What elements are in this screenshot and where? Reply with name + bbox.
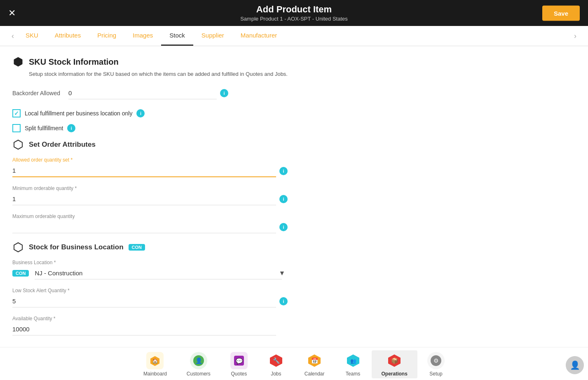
tab-stock[interactable]: Stock bbox=[161, 26, 193, 46]
allowed-qty-input[interactable] bbox=[12, 164, 276, 177]
svg-marker-2 bbox=[14, 243, 22, 252]
split-fulfillment-label: Split fullfillment bbox=[25, 125, 63, 131]
nav-jobs[interactable]: 🔧 Jobs bbox=[258, 350, 295, 378]
tabs-bar: ‹ SKU Attributes Pricing Images Stock Su… bbox=[0, 26, 588, 46]
order-attributes-title: Set Order Attributes bbox=[29, 141, 96, 149]
nav-calendar[interactable]: 📅 Calendar bbox=[295, 350, 335, 378]
svg-text:👤: 👤 bbox=[195, 357, 202, 364]
split-fulfillment-row: Split fullfillment i bbox=[12, 124, 576, 132]
tabs-list: SKU Attributes Pricing Images Stock Supp… bbox=[17, 26, 571, 46]
order-attributes-icon bbox=[12, 139, 24, 150]
tabs-prev-button[interactable]: ‹ bbox=[8, 32, 17, 40]
nav-operations[interactable]: 📦 Operations bbox=[372, 350, 417, 378]
operations-icon: 📦 bbox=[386, 352, 403, 369]
svg-text:📦: 📦 bbox=[391, 357, 398, 364]
stock-location-section-header: Stock for Business Location CON bbox=[12, 242, 576, 253]
nav-quotes[interactable]: 💬 Quotes bbox=[220, 350, 258, 378]
local-fulfillment-label: Local fulfillment per business location … bbox=[25, 110, 132, 117]
tab-images[interactable]: Images bbox=[124, 26, 161, 46]
split-fulfillment-info-icon[interactable]: i bbox=[67, 124, 75, 132]
nav-quotes-label: Quotes bbox=[231, 371, 247, 377]
nav-teams[interactable]: 👥 Teams bbox=[335, 350, 372, 378]
min-qty-input[interactable] bbox=[12, 193, 276, 205]
mainboard-icon: 🏠 bbox=[146, 352, 164, 369]
sku-stock-title: SKU Stock Information bbox=[29, 57, 119, 67]
allowed-qty-row: i bbox=[12, 164, 576, 177]
available-qty-row bbox=[12, 323, 576, 335]
allowed-qty-label: Allowed order quantity set * bbox=[12, 157, 576, 163]
business-location-select[interactable]: NJ - Construction bbox=[35, 267, 282, 279]
page-title: Add Product Item bbox=[256, 4, 332, 15]
local-fulfillment-checkbox[interactable] bbox=[12, 109, 21, 117]
tab-pricing[interactable]: Pricing bbox=[89, 26, 124, 46]
low-stock-label: Low Stock Alert Quantity * bbox=[12, 288, 576, 293]
calendar-icon: 📅 bbox=[306, 352, 323, 369]
setup-icon: ⚙ bbox=[427, 352, 445, 369]
low-stock-info-icon[interactable]: i bbox=[279, 297, 288, 305]
max-qty-info-icon[interactable]: i bbox=[279, 223, 288, 231]
backorder-row: Backorder Allowed i bbox=[12, 87, 576, 99]
min-qty-label: Minimum orderable quantity * bbox=[12, 185, 576, 191]
min-qty-group: Minimum orderable quantity * i bbox=[12, 185, 576, 205]
close-button[interactable]: ✕ bbox=[8, 9, 16, 18]
tabs-next-button[interactable]: › bbox=[571, 32, 580, 40]
stock-location-title: Stock for Business Location bbox=[29, 243, 124, 251]
available-qty-label: Available Quantity * bbox=[12, 316, 576, 321]
backorder-label: Backorder Allowed bbox=[12, 90, 60, 96]
business-location-group: Business Location * CON NJ - Constructio… bbox=[12, 260, 576, 279]
svg-text:🏠: 🏠 bbox=[152, 358, 158, 364]
low-stock-group: Low Stock Alert Quantity * i bbox=[12, 288, 576, 307]
nav-operations-label: Operations bbox=[382, 371, 408, 377]
max-qty-row: i bbox=[12, 221, 576, 233]
tab-manufacturer[interactable]: Manufacturer bbox=[232, 26, 285, 46]
stock-location-icon bbox=[12, 242, 24, 253]
business-location-row: CON NJ - Construction ▼ bbox=[12, 267, 576, 279]
available-qty-input[interactable] bbox=[12, 323, 276, 335]
svg-text:👥: 👥 bbox=[350, 358, 356, 364]
local-fulfillment-row: Local fulfillment per business location … bbox=[12, 109, 576, 117]
user-avatar[interactable]: 👤 bbox=[566, 356, 584, 374]
stock-location-badge: CON bbox=[129, 244, 145, 251]
bottom-nav: 🏠 Mainboard 👤 Customers 💬 Quotes 🔧 Jobs … bbox=[0, 347, 588, 380]
backorder-info-icon[interactable]: i bbox=[220, 89, 228, 97]
split-fulfillment-checkbox[interactable] bbox=[12, 124, 21, 132]
nav-setup[interactable]: ⚙ Setup bbox=[417, 350, 454, 378]
low-stock-row: i bbox=[12, 295, 576, 307]
customers-icon: 👤 bbox=[190, 352, 207, 369]
main-content: SKU Stock Information Setup stock inform… bbox=[0, 46, 588, 347]
local-fulfillment-info-icon[interactable]: i bbox=[136, 109, 145, 117]
dropdown-arrow-icon: ▼ bbox=[279, 270, 285, 277]
business-location-badge: CON bbox=[12, 270, 29, 277]
order-attributes-section-header: Set Order Attributes bbox=[12, 139, 576, 150]
allowed-qty-info-icon[interactable]: i bbox=[279, 167, 288, 175]
svg-text:⚙: ⚙ bbox=[433, 357, 438, 364]
tab-supplier[interactable]: Supplier bbox=[193, 26, 232, 46]
svg-text:💬: 💬 bbox=[235, 358, 243, 365]
header: ✕ Add Product Item Sample Product 1 - AO… bbox=[0, 0, 588, 26]
tab-attributes[interactable]: Attributes bbox=[47, 26, 89, 46]
nav-customers[interactable]: 👤 Customers bbox=[177, 350, 220, 378]
min-qty-info-icon[interactable]: i bbox=[279, 195, 288, 203]
max-qty-label: Maximum orderable quantity bbox=[12, 213, 576, 219]
max-qty-input[interactable] bbox=[12, 221, 276, 233]
nav-setup-label: Setup bbox=[429, 371, 442, 377]
svg-marker-0 bbox=[14, 57, 22, 66]
teams-icon: 👥 bbox=[344, 352, 362, 369]
business-location-label: Business Location * bbox=[12, 260, 576, 265]
min-qty-row: i bbox=[12, 193, 576, 205]
sku-stock-section-header: SKU Stock Information bbox=[12, 56, 576, 68]
tab-sku[interactable]: SKU bbox=[17, 26, 47, 46]
quotes-icon: 💬 bbox=[230, 352, 248, 369]
save-button[interactable]: Save bbox=[542, 5, 580, 21]
backorder-input-wrap: i bbox=[68, 87, 576, 99]
nav-mainboard[interactable]: 🏠 Mainboard bbox=[134, 350, 177, 378]
jobs-icon: 🔧 bbox=[267, 352, 285, 369]
svg-marker-1 bbox=[14, 140, 22, 149]
sku-stock-icon bbox=[12, 56, 24, 68]
low-stock-input[interactable] bbox=[12, 295, 276, 307]
nav-customers-label: Customers bbox=[187, 371, 211, 377]
backorder-input[interactable] bbox=[68, 87, 217, 99]
nav-calendar-label: Calendar bbox=[305, 371, 325, 377]
svg-text:🔧: 🔧 bbox=[272, 357, 280, 364]
available-qty-group: Available Quantity * bbox=[12, 316, 576, 335]
